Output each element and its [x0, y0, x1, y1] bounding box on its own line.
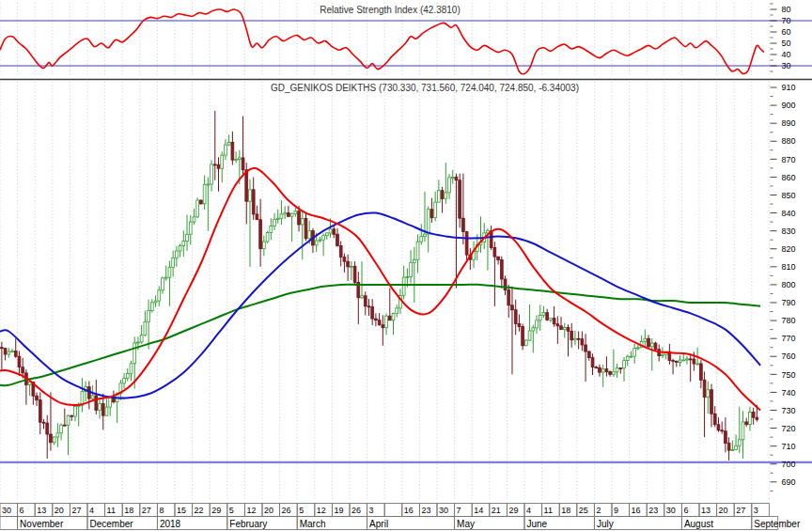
candle-body: [686, 359, 689, 360]
candle-body: [42, 422, 45, 423]
svg-text:6: 6: [683, 506, 688, 515]
candle-body: [650, 343, 653, 347]
candle-body: [448, 178, 451, 193]
candle-body: [270, 226, 273, 232]
svg-text:16: 16: [632, 506, 641, 515]
candle-body: [298, 211, 301, 225]
svg-text:5: 5: [229, 506, 234, 515]
candle-body: [371, 306, 374, 319]
candle-body: [336, 234, 339, 245]
candle-body: [546, 313, 549, 320]
candle-body: [648, 338, 650, 347]
candle-body: [28, 383, 31, 385]
candle-body: [11, 351, 14, 352]
svg-text:20: 20: [719, 506, 728, 515]
candle-body: [133, 343, 136, 364]
svg-text:12: 12: [246, 506, 256, 515]
svg-text:3: 3: [369, 506, 374, 515]
svg-text:60: 60: [782, 27, 791, 37]
svg-text:23: 23: [421, 506, 430, 515]
svg-text:26: 26: [282, 506, 291, 515]
y-axis-price: 9109008908808708608508408308208108007907…: [771, 83, 796, 491]
candle-body: [249, 190, 252, 201]
candle-body: [424, 234, 427, 237]
candle-body: [36, 396, 39, 400]
candle-body: [679, 360, 681, 363]
candle-body: [396, 308, 398, 314]
candle-body: [245, 170, 248, 201]
svg-text:70: 70: [782, 16, 791, 25]
candle-body: [500, 260, 503, 280]
candle-body: [675, 361, 678, 362]
candle-body: [329, 229, 332, 233]
candle-body: [599, 367, 601, 372]
svg-text:6: 6: [20, 506, 24, 515]
candle-body: [196, 200, 199, 217]
svg-text:9: 9: [614, 506, 618, 515]
candle-body: [514, 310, 517, 324]
candle-body: [563, 327, 566, 329]
candle-body: [735, 445, 738, 449]
svg-text:13: 13: [701, 506, 710, 515]
candle-body: [304, 219, 307, 239]
candle-body: [451, 177, 454, 178]
candle-body: [619, 368, 622, 369]
candle-body: [8, 351, 10, 354]
candle-body: [50, 434, 53, 443]
candle-body: [420, 237, 423, 242]
candle-body: [56, 433, 59, 437]
candle-body: [696, 364, 699, 365]
svg-text:710: 710: [782, 442, 796, 451]
svg-text:February: February: [229, 519, 267, 529]
candle-body: [46, 423, 49, 434]
svg-text:80: 80: [782, 5, 791, 14]
candle-body: [193, 217, 195, 222]
candle-body: [560, 326, 563, 330]
candle-body: [203, 184, 206, 204]
candle-body: [437, 191, 440, 202]
svg-text:June: June: [527, 519, 548, 529]
svg-text:770: 770: [782, 334, 796, 343]
candle-body: [172, 258, 175, 267]
candle-body: [707, 390, 710, 398]
candle-body: [361, 296, 364, 298]
candle-body: [53, 437, 55, 443]
candle-body: [60, 425, 63, 433]
svg-text:840: 840: [782, 209, 796, 218]
candle-body: [322, 236, 325, 240]
candle-body: [39, 400, 41, 423]
candle-body: [288, 213, 290, 217]
candle-body: [102, 404, 104, 416]
candle-body: [591, 358, 594, 367]
candle-body: [542, 313, 545, 316]
candle-body: [455, 177, 458, 180]
svg-text:910: 910: [782, 83, 796, 92]
svg-text:21: 21: [492, 506, 501, 515]
svg-text:780: 780: [782, 316, 796, 325]
candle-body: [67, 415, 70, 425]
candle-body: [200, 200, 203, 204]
svg-text:30: 30: [439, 506, 448, 515]
candle-body: [465, 232, 468, 256]
candle-body: [601, 369, 604, 373]
candle-body: [350, 266, 352, 267]
svg-text:40: 40: [782, 50, 791, 59]
svg-text:November: November: [20, 519, 64, 529]
candle-body: [388, 316, 391, 320]
candle-body: [213, 164, 216, 165]
candle-body: [74, 406, 77, 416]
svg-text:890: 890: [782, 118, 796, 128]
rsi-line-layer: [0, 9, 764, 74]
svg-text:880: 880: [782, 136, 796, 146]
svg-text:May: May: [457, 519, 475, 529]
svg-text:20: 20: [264, 506, 273, 515]
candle-body: [574, 338, 577, 340]
candle-body: [441, 191, 444, 199]
candle-body: [280, 214, 283, 218]
svg-text:23: 23: [648, 506, 658, 515]
candle-body: [308, 231, 311, 239]
stock-chart-canvas[interactable]: 9109008908808708608508408308208108007907…: [0, 0, 812, 531]
candle-body: [524, 340, 527, 346]
svg-text:860: 860: [782, 173, 796, 182]
candle-body: [148, 311, 150, 322]
